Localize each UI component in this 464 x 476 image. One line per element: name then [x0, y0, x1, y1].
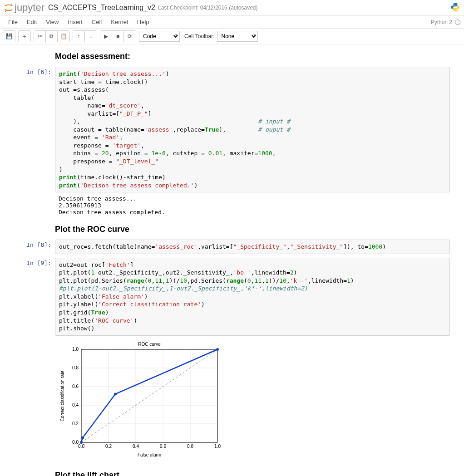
- menu-edit[interactable]: Edit: [22, 17, 41, 27]
- code-cell-6[interactable]: In [6]: print('Decison tree assess...') …: [14, 66, 450, 219]
- jupyter-logo[interactable]: jupyter: [4, 2, 44, 14]
- menu-kernel[interactable]: Kernel: [106, 17, 133, 27]
- code-cell-9[interactable]: In [9]: out2=out_roc['Fetch'] plt.plot(1…: [14, 257, 450, 465]
- output-6: Decison tree assess... 2.3506176913 Deci…: [55, 192, 450, 218]
- menubar: File Edit View Insert Cell Kernel Help P…: [0, 16, 464, 29]
- output-chart-9: 0.00.20.40.60.81.00.00.20.40.60.81.0Fals…: [55, 336, 450, 464]
- svg-point-17: [114, 393, 117, 395]
- svg-text:0.0: 0.0: [78, 444, 84, 449]
- menu-help[interactable]: Help: [133, 17, 154, 27]
- code-input-9[interactable]: out2=out_roc['Fetch'] plt.plot(1-out2._S…: [55, 258, 450, 336]
- heading-plot-lift: Plot the lift chart: [14, 467, 450, 476]
- menu-insert[interactable]: Insert: [63, 17, 87, 27]
- cell-toolbar-label: Cell Toolbar:: [184, 33, 214, 39]
- svg-text:0.8: 0.8: [72, 365, 79, 370]
- save-button[interactable]: 💾: [3, 31, 15, 42]
- code-cell-8[interactable]: In [8]: out_roc=s.fetch(table(name='asse…: [14, 239, 450, 255]
- python-logo: [450, 2, 460, 14]
- svg-text:0.6: 0.6: [72, 384, 79, 389]
- code-input-8[interactable]: out_roc=s.fetch(table(name='assess_roc',…: [55, 240, 450, 254]
- code-input-6[interactable]: print('Decison tree assess...') start_ti…: [55, 67, 450, 192]
- heading-model-assessment: Model assessment:: [14, 48, 450, 64]
- prompt-8: In [8]:: [14, 240, 55, 254]
- svg-point-18: [216, 348, 219, 351]
- svg-text:False alarm: False alarm: [138, 452, 161, 457]
- svg-text:0.6: 0.6: [160, 444, 166, 449]
- menu-view[interactable]: View: [41, 17, 63, 27]
- checkpoint-text: Last Checkpoint: 04/12/2016 (autosaved): [158, 5, 257, 11]
- copy-button[interactable]: ⧉: [46, 31, 58, 42]
- markdown-cell[interactable]: Model assessment:: [14, 48, 450, 64]
- svg-text:0.2: 0.2: [105, 444, 112, 449]
- menu-file[interactable]: File: [4, 17, 22, 27]
- cell-type-select[interactable]: Code: [139, 31, 180, 42]
- toolbar: 💾 ＋ ✂ ⧉ 📋 ↑ ↓ ▶ ■ ⟳ Code Cell Toolbar: N…: [0, 29, 464, 44]
- prompt-6: In [6]:: [14, 67, 55, 218]
- markdown-cell[interactable]: Plot the ROC curve: [14, 221, 450, 237]
- kernel-indicator: Python 2: [427, 19, 460, 25]
- move-up-button[interactable]: ↑: [73, 31, 85, 42]
- svg-text:1.0: 1.0: [214, 444, 221, 449]
- svg-text:0.8: 0.8: [187, 444, 193, 449]
- menu-cell[interactable]: Cell: [87, 17, 106, 27]
- interrupt-button[interactable]: ■: [112, 31, 124, 42]
- paste-button[interactable]: 📋: [58, 31, 69, 42]
- kernel-name: Python 2: [431, 19, 452, 25]
- jupyter-icon: [4, 3, 14, 13]
- svg-text:Correct classification rate: Correct classification rate: [60, 370, 65, 422]
- svg-point-0: [11, 4, 13, 5]
- run-button[interactable]: ▶: [100, 31, 112, 42]
- svg-point-1: [5, 11, 6, 12]
- svg-text:1.0: 1.0: [72, 347, 79, 352]
- svg-text:0.0: 0.0: [72, 440, 79, 445]
- cell-toolbar-select[interactable]: None: [217, 31, 258, 42]
- notebook-container: Model assessment: In [6]: print('Decison…: [14, 44, 450, 476]
- cut-button[interactable]: ✂: [34, 31, 46, 42]
- svg-text:0.4: 0.4: [72, 402, 79, 407]
- header: jupyter CS_ACCEPTS_TreeLearning_v2 Last …: [0, 0, 464, 16]
- heading-plot-roc: Plot the ROC curve: [14, 221, 450, 237]
- markdown-cell[interactable]: Plot the lift chart: [14, 467, 450, 476]
- svg-text:0.2: 0.2: [72, 421, 79, 426]
- restart-button[interactable]: ⟳: [124, 31, 136, 42]
- move-down-button[interactable]: ↓: [85, 31, 97, 42]
- svg-text:0.4: 0.4: [133, 444, 139, 449]
- logo-text: jupyter: [15, 2, 44, 14]
- svg-point-16: [81, 436, 84, 439]
- notebook-name[interactable]: CS_ACCEPTS_TreeLearning_v2: [48, 4, 155, 12]
- svg-text:ROC curve: ROC curve: [138, 342, 161, 347]
- prompt-9: In [9]:: [14, 258, 55, 464]
- kernel-idle-icon: [455, 20, 460, 25]
- insert-cell-button[interactable]: ＋: [19, 31, 30, 42]
- roc-chart: 0.00.20.40.60.81.00.00.20.40.60.81.0Fals…: [59, 340, 222, 458]
